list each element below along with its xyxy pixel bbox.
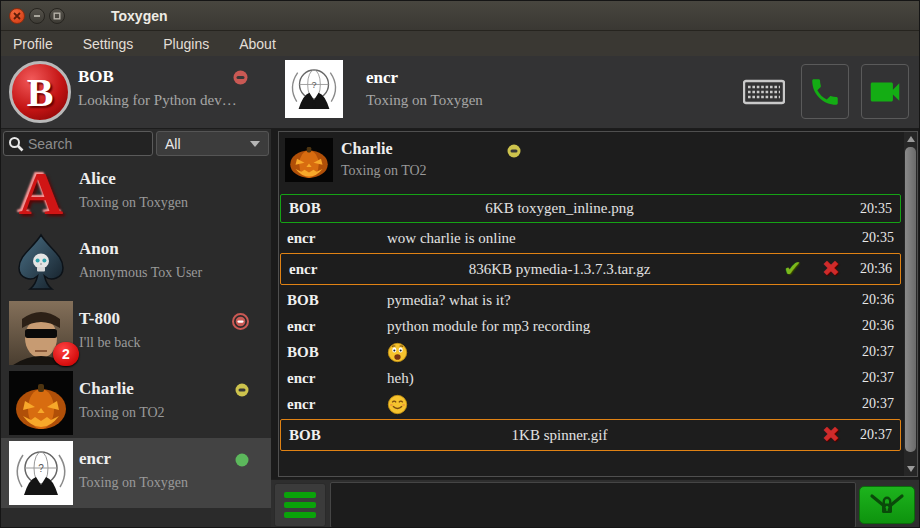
message-sender: BOB [289, 200, 389, 217]
file-transfer-row: BOB 1KB spinner.gif ✖ 20:37 [280, 419, 901, 451]
message-text: wow charlie is online [387, 230, 842, 247]
message-sender: BOB [289, 427, 389, 444]
self-avatar[interactable]: B [9, 61, 71, 123]
message-list: Charlie Toxing on TO2 BOB 6KB toxygen_in… [278, 131, 918, 477]
file-transfer-row: BOB 6KB toxygen_inline.png 20:35 [280, 194, 901, 223]
maximize-button[interactable] [49, 8, 65, 24]
message-text: python module for mp3 recording [387, 318, 842, 335]
partner-status-message: Toxing on Toxygen [366, 92, 483, 109]
menu-settings[interactable]: Settings [83, 36, 134, 52]
top-panel: B BOB Looking for Python dev… ? encr Tox… [1, 56, 920, 129]
busy-status-icon[interactable] [233, 70, 248, 89]
message-time: 20:35 [842, 230, 894, 246]
scrollbar-thumb[interactable] [905, 147, 916, 452]
hamburger-icon [284, 492, 316, 498]
skull-spade-avatar [9, 231, 73, 295]
file-name: 6KB toxygen_inline.png [389, 200, 730, 217]
titlebar: Toxygen [1, 1, 920, 31]
message-time: 20:37 [840, 427, 892, 443]
message-sender: encr [289, 261, 389, 278]
search-box [3, 131, 153, 156]
toxygen-window: Toxygen Profile Settings Plugins About B… [0, 0, 920, 528]
filter-value: All [165, 136, 250, 152]
alice-avatar: A [9, 161, 73, 225]
contact-filter-dropdown[interactable]: All [156, 131, 269, 156]
send-message-button[interactable] [859, 486, 915, 524]
contact-row-encr[interactable]: ? encr Toxing on Toxygen [1, 438, 271, 508]
peer-name: Charlie [341, 140, 393, 158]
menu-plugins[interactable]: Plugins [163, 36, 209, 52]
chevron-down-icon [250, 141, 260, 147]
contact-name: Anon [79, 239, 119, 259]
messages: BOB 6KB toxygen_inline.png 20:35 encr wo… [279, 192, 902, 453]
contact-row-t800[interactable]: T-800 I'll be back 2 [1, 298, 271, 368]
online-status-icon [235, 453, 249, 471]
contact-status-message: Anonymous Tox User [79, 265, 202, 281]
contact-name: encr [79, 449, 111, 469]
file-name: 836KB pymedia-1.3.7.3.tar.gz [389, 261, 730, 278]
contact-row-alice[interactable]: A Alice Toxing on Toxygen [1, 158, 271, 228]
search-input[interactable] [28, 136, 138, 152]
contact-row-anon[interactable]: Anon Anonymous Tox User [1, 228, 271, 298]
menu-about[interactable]: About [239, 36, 276, 52]
audio-call-button[interactable] [801, 64, 849, 119]
menu-profile[interactable]: Profile [13, 36, 53, 52]
message-row: encr wow charlie is online 20:35 [279, 225, 902, 251]
keyboard-icon[interactable] [743, 78, 785, 110]
message-sender: BOB [287, 292, 387, 309]
message-text: pymedia? what is it? [387, 292, 842, 309]
scroll-down-arrow[interactable] [904, 462, 917, 476]
contact-row-charlie[interactable]: Charlie Toxing on TO2 [1, 368, 271, 438]
busy-status-ring-icon [232, 313, 249, 334]
chat-area: Charlie Toxing on TO2 BOB 6KB toxygen_in… [271, 129, 920, 479]
message-input[interactable] [330, 482, 856, 528]
message-time: 20:36 [842, 292, 894, 308]
video-camera-icon [866, 73, 904, 111]
unread-count-badge: 2 [53, 342, 79, 366]
video-call-button[interactable] [861, 64, 909, 119]
partner-name: encr [366, 68, 398, 88]
contact-sidebar: All A Alice Toxing on Toxygen [1, 129, 271, 528]
decline-file-button[interactable]: ✖ [822, 424, 840, 446]
pumpkin-avatar-small [285, 138, 333, 182]
message-time: 20:37 [842, 396, 894, 412]
close-button[interactable] [9, 8, 25, 24]
message-time: 20:37 [842, 344, 894, 360]
decline-file-button[interactable]: ✖ [822, 258, 840, 280]
away-status-icon [507, 144, 521, 162]
message-sender: encr [287, 230, 387, 247]
self-status-message[interactable]: Looking for Python dev… [78, 92, 237, 109]
accept-file-button[interactable]: ✔ [783, 258, 801, 280]
smiling-face-emoji [387, 394, 842, 415]
message-row: encr python module for mp3 recording 20:… [279, 313, 902, 339]
self-avatar-letter: B [27, 69, 54, 116]
message-row: encr heh) 20:37 [279, 365, 902, 391]
phone-icon [808, 75, 842, 109]
message-row: BOB 20:37 [279, 339, 902, 365]
message-row: encr 20:37 [279, 391, 902, 417]
contact-name: Alice [79, 169, 116, 189]
encrypted-send-icon [869, 492, 905, 518]
message-time: 20:36 [842, 318, 894, 334]
attachment-menu-button[interactable] [274, 483, 326, 527]
message-sender: encr [287, 370, 387, 387]
message-text: heh) [387, 370, 842, 387]
search-row: All [1, 129, 271, 158]
window-controls [9, 8, 65, 24]
self-name[interactable]: BOB [78, 67, 114, 87]
composer-bar [271, 479, 920, 528]
scroll-up-arrow[interactable] [904, 132, 917, 146]
peer-header-row: Charlie Toxing on TO2 [279, 132, 917, 188]
contact-status-message: Toxing on Toxygen [79, 195, 188, 211]
window-title: Toxygen [111, 8, 168, 24]
file-name: 1KB spinner.gif [389, 427, 730, 444]
shocked-face-emoji [387, 342, 842, 363]
anonymous-avatar: ? [9, 441, 73, 505]
chat-scrollbar [904, 132, 917, 476]
message-sender: BOB [287, 344, 387, 361]
message-time: 20:36 [840, 261, 892, 277]
minimize-button[interactable] [29, 8, 45, 24]
pumpkin-avatar [9, 371, 73, 435]
message-time: 20:37 [842, 370, 894, 386]
contact-name: T-800 [79, 309, 120, 329]
